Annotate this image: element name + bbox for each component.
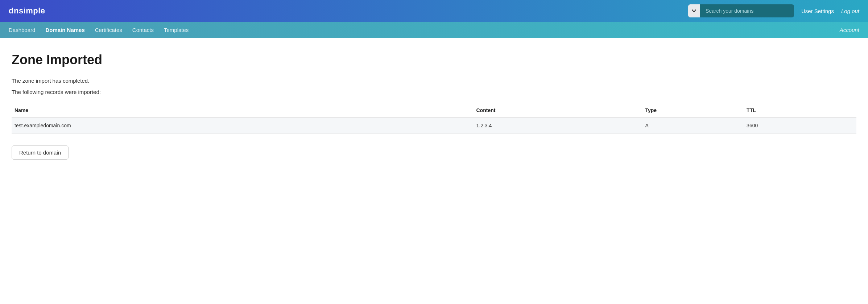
search-container [688,4,794,17]
col-header-name: Name [12,104,476,117]
records-table: Name Content Type TTL test.exampledomain… [12,104,856,134]
main-content: Zone Imported The zone import has comple… [0,38,868,304]
col-header-ttl: TTL [747,104,856,117]
cell-type: A [645,117,747,134]
header-right: User Settings Log out [688,4,859,17]
search-input[interactable] [700,4,794,17]
sub-nav-left: Dashboard Domain Names Certificates Cont… [9,25,189,34]
account-link[interactable]: Account [840,27,859,33]
col-header-type: Type [645,104,747,117]
search-dropdown-button[interactable] [688,4,700,17]
logo: dnsimple [9,6,45,16]
cell-name: test.exampledomain.com [12,117,476,134]
chevron-down-icon [692,9,696,13]
nav-item-certificates[interactable]: Certificates [95,25,122,34]
col-header-content: Content [476,104,645,117]
records-label: The following records were imported: [12,89,856,95]
description-text: The zone import has completed. [12,78,856,84]
nav-item-domain-names[interactable]: Domain Names [45,25,84,34]
cell-ttl: 3600 [747,117,856,134]
table-header-row: Name Content Type TTL [12,104,856,117]
page-title: Zone Imported [12,52,856,67]
nav-item-dashboard[interactable]: Dashboard [9,25,35,34]
cell-content: 1.2.3.4 [476,117,645,134]
nav-item-templates[interactable]: Templates [164,25,189,34]
return-to-domain-button[interactable]: Return to domain [12,145,69,160]
user-settings-link[interactable]: User Settings [801,8,834,14]
logout-link[interactable]: Log out [841,8,859,14]
sub-nav: Dashboard Domain Names Certificates Cont… [0,22,868,38]
table-row: test.exampledomain.com 1.2.3.4 A 3600 [12,117,856,134]
nav-item-contacts[interactable]: Contacts [132,25,154,34]
top-header: dnsimple User Settings Log out [0,0,868,22]
